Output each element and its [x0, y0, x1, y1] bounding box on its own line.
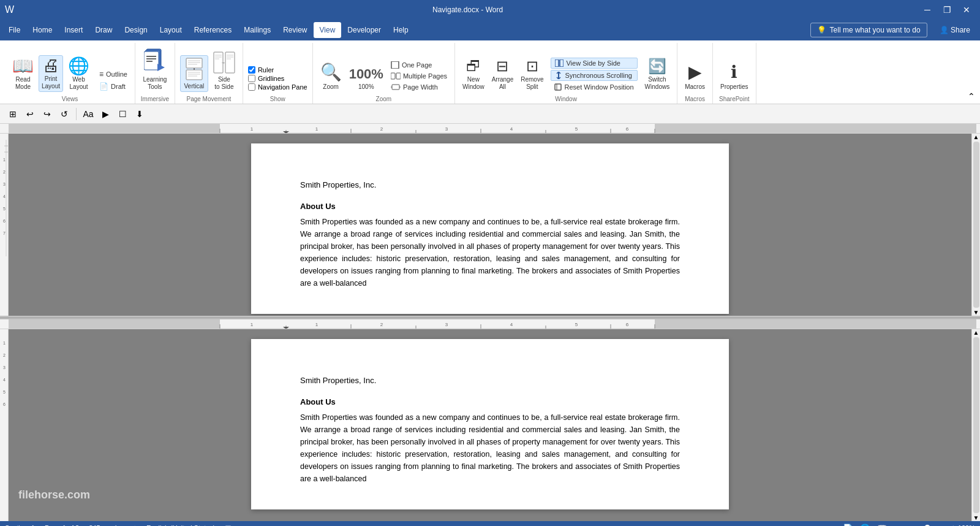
ribbon-group-macros: ▶ Macros Macros	[677, 43, 713, 104]
menu-draw[interactable]: Draw	[89, 22, 118, 38]
outline-button[interactable]: ≡ Outline	[97, 69, 130, 80]
ribbon-expand-button[interactable]: ⌃	[968, 91, 975, 101]
top-scrollbar[interactable]: ▲ ▼	[971, 134, 980, 316]
menu-help[interactable]: Help	[387, 22, 415, 38]
zoom-100-button[interactable]: 100% 100%	[347, 65, 386, 92]
scroll-up-bottom-button[interactable]: ▲	[972, 329, 981, 336]
view-side-by-side-button[interactable]: View Side by Side	[551, 58, 637, 69]
gridlines-checkbox[interactable]: Gridlines	[248, 75, 307, 82]
sync-scrolling-button[interactable]: Synchronous Scrolling	[551, 70, 637, 81]
qa-redo-button[interactable]: ↪	[39, 106, 55, 122]
zoom-out-button[interactable]: −	[893, 524, 897, 526]
nav-pane-check[interactable]	[248, 83, 255, 91]
views-group-label: Views	[10, 96, 130, 102]
learning-tools-button[interactable]: LearningTools	[140, 44, 170, 92]
macros-button[interactable]: ▶ Macros	[682, 61, 707, 92]
gridlines-check[interactable]	[248, 75, 255, 82]
side-by-side-section: View Side by Side Synchronous Scrolling	[548, 58, 639, 92]
ribbon-expand-area: ⌃	[968, 43, 975, 104]
new-window-button[interactable]: 🗗 NewWindow	[460, 56, 487, 92]
scroll-thumb-bottom[interactable]	[973, 337, 979, 513]
svg-text:6: 6	[3, 402, 6, 406]
qa-format-button[interactable]: Aa	[80, 106, 96, 122]
draft-button[interactable]: 📄 Draft	[97, 81, 130, 92]
print-layout-button[interactable]: 🖨 PrintLayout	[39, 55, 63, 92]
page-width-button[interactable]: Page Width	[388, 82, 450, 92]
menu-layout[interactable]: Layout	[154, 22, 188, 38]
bottom-word-page: Smith Properties, Inc. About Us Smith Pr…	[251, 339, 729, 509]
title-bar-controls: ─ ❐ ✕	[919, 1, 975, 18]
bottom-vert-ruler: 1 2 3 4 5 6	[0, 329, 9, 521]
web-view-button[interactable]: 🌐	[859, 522, 871, 526]
menu-bar: File Home Insert Draw Design Layout Refe…	[0, 20, 980, 40]
zoom-100-icon: 100%	[349, 66, 383, 82]
side-to-side-button[interactable]: → Sideto Side	[211, 49, 238, 92]
menu-review[interactable]: Review	[277, 22, 313, 38]
menu-design[interactable]: Design	[118, 22, 153, 38]
qa-revert-button[interactable]: ↺	[56, 106, 72, 122]
svg-text:→: →	[221, 60, 225, 66]
vertical-button[interactable]: Vertical	[180, 55, 208, 92]
qa-box-button[interactable]: ☐	[115, 106, 130, 122]
svg-rect-37	[655, 124, 976, 134]
zoom-icon: 🔍	[320, 62, 342, 82]
read-view-button[interactable]: 📖	[876, 522, 888, 526]
menu-developer[interactable]: Developer	[341, 22, 387, 38]
scroll-thumb-top[interactable]	[973, 142, 979, 308]
ruler-check[interactable]	[248, 66, 255, 74]
print-layout-icon: 🖨	[42, 57, 59, 74]
ruler-label: Ruler	[258, 66, 274, 74]
top-doc-area[interactable]: Smith Properties, Inc. About Us Smith Pr…	[9, 134, 971, 316]
remove-split-button[interactable]: ⊡ RemoveSplit	[518, 56, 546, 92]
qa-undo-button[interactable]: ↩	[22, 106, 38, 122]
close-button[interactable]: ✕	[958, 1, 975, 18]
svg-rect-7	[186, 58, 202, 68]
restore-button[interactable]: ❐	[938, 1, 956, 18]
arrange-all-label: ArrangeAll	[492, 76, 514, 91]
web-layout-button[interactable]: 🌐 WebLayout	[66, 56, 92, 92]
views-content: 📖 ReadMode 🖨 PrintLayout 🌐 WebLayout ≡ O…	[10, 44, 130, 94]
search-box[interactable]: 💡 Tell me what you want to do	[810, 23, 927, 37]
macros-label: Macros	[685, 83, 705, 91]
vertical-icon	[183, 57, 205, 82]
minimize-button[interactable]: ─	[919, 1, 936, 18]
word-icon: W	[5, 4, 14, 15]
arrange-all-button[interactable]: ⊟ ArrangeAll	[489, 56, 516, 92]
ruler-checkbox[interactable]: Ruler	[248, 66, 307, 74]
one-page-button[interactable]: One Page	[388, 60, 450, 70]
menu-insert[interactable]: Insert	[58, 22, 89, 38]
zoom-buttons-col: One Page Multiple Pages Page Width	[388, 60, 450, 92]
svg-text:3: 3	[445, 126, 448, 132]
properties-button[interactable]: ℹ Properties	[718, 61, 751, 92]
svg-text:4: 4	[510, 322, 513, 327]
print-view-button[interactable]: 📄	[842, 522, 854, 526]
read-mode-button[interactable]: 📖 ReadMode	[10, 56, 36, 92]
nav-pane-checkbox[interactable]: Navigation Pane	[248, 83, 307, 91]
qa-more-button[interactable]: ⬇	[132, 106, 148, 122]
menu-home[interactable]: Home	[26, 22, 58, 38]
spell-check-icon[interactable]: ✓	[130, 524, 137, 527]
bottom-scrollbar[interactable]: ▲ ▼	[971, 329, 980, 521]
zoom-in-button[interactable]: +	[951, 524, 956, 526]
top-about-heading: About Us	[300, 202, 680, 211]
reset-window-label: Reset Window Position	[564, 83, 633, 91]
reset-window-button[interactable]: Reset Window Position	[551, 82, 637, 92]
menu-mailings[interactable]: Mailings	[238, 22, 277, 38]
scroll-down-button[interactable]: ▼	[972, 309, 981, 316]
new-window-icon: 🗗	[466, 58, 481, 75]
qa-customize-button[interactable]: ⊞	[5, 106, 21, 122]
zoom-button[interactable]: 🔍 Zoom	[318, 61, 344, 92]
bottom-doc-area[interactable]: Smith Properties, Inc. About Us Smith Pr…	[9, 329, 971, 521]
scroll-down-bottom-button[interactable]: ▼	[972, 514, 981, 521]
zoom-content: 🔍 Zoom 100% 100% One Page	[318, 44, 450, 94]
menu-view[interactable]: View	[314, 22, 342, 38]
switch-windows-button[interactable]: 🔄 SwitchWindows	[643, 56, 673, 92]
svg-rect-36	[9, 124, 220, 134]
menu-references[interactable]: References	[188, 22, 238, 38]
share-button[interactable]: 👤 Share	[932, 23, 978, 37]
multiple-pages-button[interactable]: Multiple Pages	[388, 71, 450, 81]
qa-play-button[interactable]: ▶	[97, 106, 113, 122]
scroll-up-button[interactable]: ▲	[972, 134, 981, 140]
quick-access-toolbar: ⊞ ↩ ↪ ↺ Aa ▶ ☐ ⬇	[0, 104, 980, 124]
menu-file[interactable]: File	[2, 22, 26, 38]
